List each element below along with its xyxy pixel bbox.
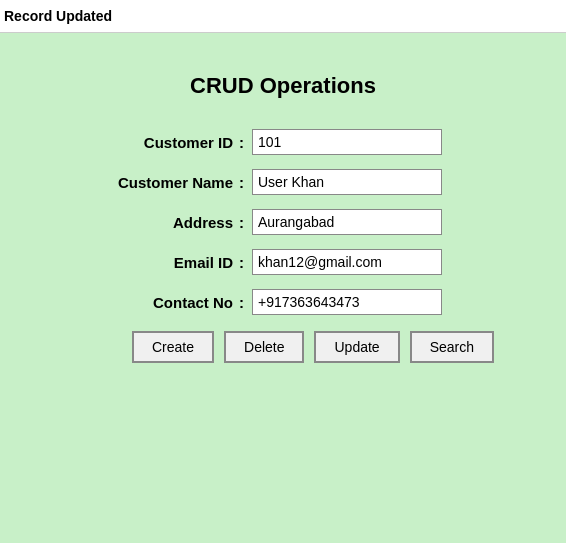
customer-name-colon: : bbox=[239, 174, 244, 191]
contact-no-input[interactable] bbox=[252, 289, 442, 315]
contact-no-colon: : bbox=[239, 294, 244, 311]
customer-id-row: Customer ID : bbox=[73, 129, 493, 155]
customer-id-label: Customer ID bbox=[73, 134, 233, 151]
search-button[interactable]: Search bbox=[410, 331, 494, 363]
email-id-colon: : bbox=[239, 254, 244, 271]
email-id-row: Email ID : bbox=[73, 249, 493, 275]
form-container: Customer ID : Customer Name : Address : … bbox=[73, 129, 493, 315]
customer-id-colon: : bbox=[239, 134, 244, 151]
create-button[interactable]: Create bbox=[132, 331, 214, 363]
customer-name-row: Customer Name : bbox=[73, 169, 493, 195]
record-updated-text: Record Updated bbox=[4, 8, 112, 24]
address-input[interactable] bbox=[252, 209, 442, 235]
page-title: CRUD Operations bbox=[190, 73, 376, 99]
email-id-label: Email ID bbox=[73, 254, 233, 271]
record-updated-banner: Record Updated bbox=[0, 0, 566, 33]
address-row: Address : bbox=[73, 209, 493, 235]
delete-button[interactable]: Delete bbox=[224, 331, 304, 363]
contact-no-row: Contact No : bbox=[73, 289, 493, 315]
update-button[interactable]: Update bbox=[314, 331, 399, 363]
contact-no-label: Contact No bbox=[73, 294, 233, 311]
address-colon: : bbox=[239, 214, 244, 231]
customer-name-label: Customer Name bbox=[73, 174, 233, 191]
buttons-row: Create Delete Update Search bbox=[72, 331, 494, 363]
main-content: CRUD Operations Customer ID : Customer N… bbox=[0, 33, 566, 543]
customer-id-input[interactable] bbox=[252, 129, 442, 155]
customer-name-input[interactable] bbox=[252, 169, 442, 195]
address-label: Address bbox=[73, 214, 233, 231]
email-id-input[interactable] bbox=[252, 249, 442, 275]
